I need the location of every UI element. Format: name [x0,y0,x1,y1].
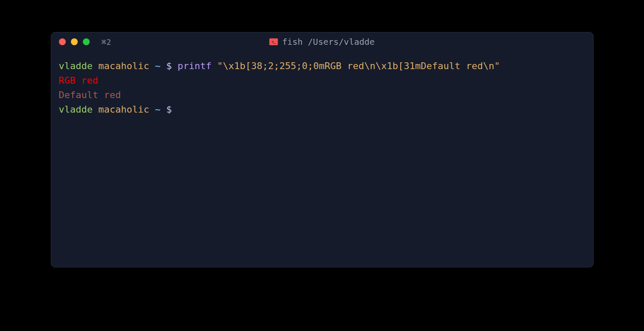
terminal-segment [161,104,166,115]
terminal-window: ⌘2 fish /Users/vladde vladde macaholic ~… [51,32,594,267]
terminal-segment [149,61,155,71]
terminal-segment [172,61,177,71]
terminal-segment [149,104,155,115]
terminal-segment [93,61,98,71]
terminal-segment: macaholic [98,104,149,115]
terminal-segment: macaholic [98,61,149,71]
titlebar[interactable]: ⌘2 fish /Users/vladde [51,32,593,51]
terminal-segment [161,61,166,71]
minimize-button[interactable] [71,38,78,45]
terminal-line: vladde macaholic ~ $ printf "\x1b[38;2;2… [59,59,585,73]
terminal-line: vladde macaholic ~ $ [59,102,585,117]
tab-indicator: ⌘2 [102,38,112,46]
terminal-segment [211,61,217,71]
terminal-segment: ~ [155,61,161,71]
terminal-segment: "\x1b[38;2;255;0;0mRGB red\n\x1b[31mDefa… [217,61,500,71]
terminal-segment: $ [166,104,172,115]
shell-icon [269,38,278,45]
terminal-segment [93,104,98,115]
terminal-segment: RGB red [59,75,99,86]
terminal-segment: vladde [59,61,93,71]
terminal-segment: $ [166,61,172,71]
terminal-body[interactable]: vladde macaholic ~ $ printf "\x1b[38;2;2… [51,51,593,125]
terminal-line: Default red [59,88,585,102]
title-text: fish /Users/vladde [282,37,375,47]
terminal-segment: Default red [59,90,121,100]
window-title: fish /Users/vladde [269,37,375,47]
terminal-line: RGB red [59,73,585,88]
terminal-segment: printf [178,61,211,71]
traffic-lights [59,38,90,45]
terminal-segment: vladde [59,104,93,115]
terminal-segment: ~ [155,104,161,115]
maximize-button[interactable] [83,38,90,45]
close-button[interactable] [59,38,66,45]
